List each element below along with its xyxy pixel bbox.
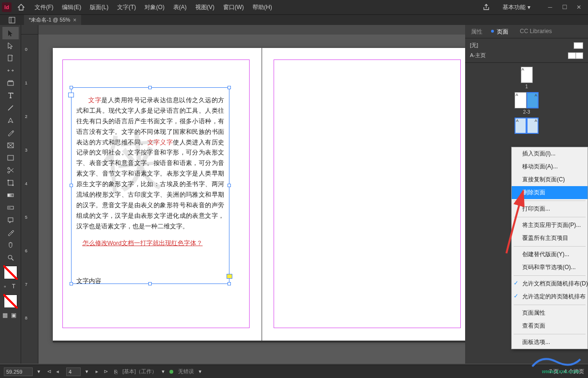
svg-line-5 xyxy=(8,106,13,110)
page-thumb-4[interactable]: A xyxy=(515,118,527,134)
ctx-allow-shuffle-doc[interactable]: 允许文档页面随机排布(D) xyxy=(512,277,588,290)
preview-view-icon[interactable]: ▣ xyxy=(10,310,18,320)
first-page-button[interactable]: ⊲ xyxy=(45,368,53,376)
ctx-apply-master[interactable]: 将主页应用于页面(P)... xyxy=(512,219,588,232)
note-tool[interactable] xyxy=(2,214,19,226)
zoom-field[interactable] xyxy=(4,367,33,376)
gradient-feather-tool[interactable] xyxy=(2,201,19,214)
svg-rect-15 xyxy=(8,194,13,197)
ctx-panel-options[interactable]: 面板选项... xyxy=(512,336,588,349)
close-button[interactable]: ✕ xyxy=(572,1,586,13)
preflight-dropdown-icon[interactable]: ▾ xyxy=(199,368,202,375)
gradient-swatch-tool[interactable] xyxy=(2,189,19,201)
vertical-ruler[interactable]: 0 1 2 3 4 5 6 7 8 xyxy=(21,35,38,364)
rectangle-frame-tool[interactable] xyxy=(2,139,19,152)
document-tab[interactable]: *未命名-1 @ 55% × xyxy=(24,15,81,25)
menu-window[interactable]: 窗口(W) xyxy=(219,1,248,13)
ctx-duplicate-pages[interactable]: 直接复制页面(C) xyxy=(512,173,588,186)
ctx-alt-layout[interactable]: 创建替代版面(Y)... xyxy=(512,248,588,261)
menu-layout[interactable]: 版面(L) xyxy=(86,1,112,13)
svg-rect-3 xyxy=(8,82,13,85)
default-fill-stroke[interactable] xyxy=(4,295,17,308)
page-thumb-3[interactable]: A xyxy=(527,92,539,108)
hand-tool[interactable] xyxy=(2,239,19,251)
ctx-page-attrs[interactable]: 页面属性 xyxy=(512,307,588,319)
svg-point-10 xyxy=(8,167,10,169)
pencil-tool[interactable] xyxy=(2,127,19,139)
maximize-button[interactable]: ☐ xyxy=(557,1,572,13)
gap-tool[interactable] xyxy=(2,64,19,77)
master-list: [无] A-主页 xyxy=(465,38,588,62)
pen-tool[interactable] xyxy=(2,114,19,127)
ctx-allow-shuffle-spread[interactable]: 允许选定的跨页随机排布 xyxy=(512,290,588,303)
ctx-override-master[interactable]: 覆盖所有主页项目 xyxy=(512,232,588,245)
master-none[interactable]: [无] xyxy=(469,40,584,50)
open-dialog-icon[interactable]: ⎘ xyxy=(114,369,118,375)
tab-properties[interactable]: 属性 xyxy=(465,25,488,38)
ctx-print-pages[interactable]: 打印页面... xyxy=(512,202,588,215)
ctx-insert-pages[interactable]: 插入页面(I)... xyxy=(512,147,588,160)
scissors-tool[interactable] xyxy=(2,164,19,177)
menu-table[interactable]: 表(A) xyxy=(169,1,191,13)
ctx-delete-pages[interactable]: 删除页面 xyxy=(512,186,588,199)
direct-selection-tool[interactable] xyxy=(2,39,19,52)
color-mode-toggle[interactable]: ▫ T xyxy=(1,281,20,293)
fill-stroke-swatch[interactable] xyxy=(4,266,17,279)
line-tool[interactable] xyxy=(2,102,19,114)
menu-file[interactable]: 文件(F) xyxy=(31,1,57,13)
workspace-dropdown[interactable]: 基本功能 ▾ xyxy=(498,1,535,13)
svg-rect-2 xyxy=(8,55,12,61)
ruler-origin[interactable] xyxy=(21,25,38,35)
content-collector-tool[interactable] xyxy=(2,77,19,89)
page-field[interactable] xyxy=(66,367,81,376)
page-thumb-1[interactable]: A xyxy=(521,67,533,83)
ctx-view-pages[interactable]: 查看页面 xyxy=(512,319,588,332)
content-footer: 文字内容 xyxy=(76,276,224,287)
chevron-down-icon: ▾ xyxy=(528,4,530,11)
svg-rect-9 xyxy=(8,155,13,160)
canvas[interactable]: 侠 文字是人类用符号记录表达信息以传之久远的方式和工具。现代文字 xyxy=(38,35,465,364)
tab-pages[interactable]: 页面 xyxy=(488,25,514,38)
profile-dropdown-icon[interactable]: ▾ xyxy=(162,368,165,375)
zoom-dropdown-icon[interactable]: ▾ xyxy=(37,368,40,375)
page-dropdown-icon[interactable]: ▾ xyxy=(85,368,88,375)
text-frame[interactable]: 文字是人类用符号记录表达信息以传之久远的方式和工具。现代文字人多是记录语言的工具… xyxy=(71,87,229,284)
menu-edit[interactable]: 编辑(E) xyxy=(58,1,85,13)
rectangle-tool[interactable] xyxy=(2,152,19,164)
ctx-numbering[interactable]: 页码和章节选项(O)... xyxy=(512,261,588,274)
selection-tool[interactable] xyxy=(2,27,19,39)
zoom-tool[interactable] xyxy=(2,251,19,264)
next-page-button[interactable]: ▸ xyxy=(93,368,101,376)
master-a[interactable]: A-主页 xyxy=(469,50,584,60)
minimize-button[interactable]: ─ xyxy=(543,1,557,13)
page-thumb-2[interactable]: A xyxy=(515,92,527,108)
normal-view-icon[interactable]: ▦ xyxy=(1,310,10,320)
tab-cc-libraries[interactable]: CC Libraries xyxy=(514,25,558,38)
panel-toggle-icon[interactable] xyxy=(0,15,24,25)
close-tab-icon[interactable]: × xyxy=(73,17,76,24)
body-text: 文字是人类用符号记录表达信息以传之久远的方式和工具。现代文字人多是记录语言的工具… xyxy=(72,88,229,295)
menubar: 文件(F) 编辑(E) 版面(L) 文字(T) 对象(O) 表(A) 视图(V)… xyxy=(31,1,276,13)
separator xyxy=(514,201,586,201)
menu-view[interactable]: 视图(V) xyxy=(192,1,218,13)
page-thumb-5[interactable]: A xyxy=(527,118,539,134)
menu-help[interactable]: 帮助(H) xyxy=(249,1,276,13)
pages-context-menu: 插入页面(I)... 移动页面(A)... 直接复制页面(C) 删除页面 打印页… xyxy=(511,147,588,349)
titlebar: Id 文件(F) 编辑(E) 版面(L) 文字(T) 对象(O) 表(A) 视图… xyxy=(0,0,588,14)
apply-container-icon[interactable]: ▫ xyxy=(1,281,10,292)
home-icon[interactable] xyxy=(15,1,27,13)
share-icon[interactable] xyxy=(479,1,494,13)
view-mode-toggle[interactable]: ▦ ▣ xyxy=(1,310,20,321)
menu-object[interactable]: 对象(O) xyxy=(141,1,168,13)
ctx-move-pages[interactable]: 移动页面(A)... xyxy=(512,160,588,173)
menu-type[interactable]: 文字(T) xyxy=(113,1,140,13)
page-tool[interactable] xyxy=(2,52,19,64)
prev-page-button[interactable]: ◂ xyxy=(54,368,61,376)
svg-point-19 xyxy=(8,255,12,259)
apply-text-icon[interactable]: T xyxy=(10,281,18,292)
eyedropper-tool[interactable] xyxy=(2,226,19,239)
free-transform-tool[interactable] xyxy=(2,177,19,189)
last-page-button[interactable]: ⊳ xyxy=(102,368,109,376)
type-tool[interactable] xyxy=(2,89,19,102)
page-label-23: 2-3 xyxy=(469,109,584,115)
